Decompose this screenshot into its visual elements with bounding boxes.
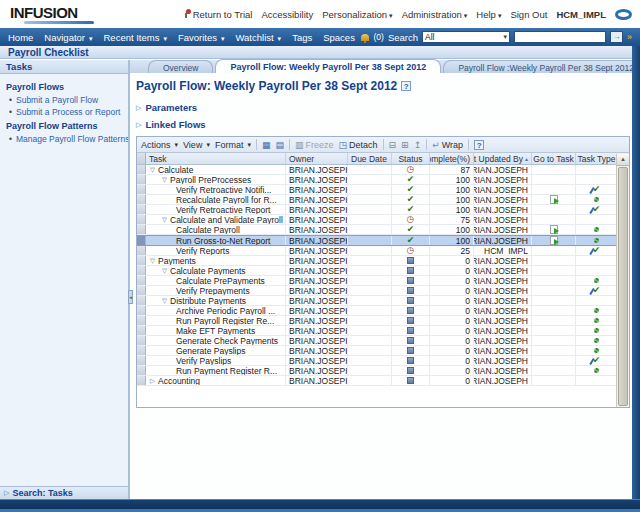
table-row[interactable]: Verify PayslipsBRIAN.JOSEPH0BRIAN.JOSEPH… — [137, 356, 629, 366]
nav-item-navigator[interactable]: Navigator ▾ — [44, 32, 92, 43]
column-header-complete-[interactable]: Complete(%) — [430, 153, 474, 164]
table-row[interactable]: Make EFT PaymentsBRIAN.JOSEPH0BRIAN.JOSE… — [137, 326, 629, 336]
collapse-node-icon[interactable]: ▽ — [150, 257, 155, 265]
column-header-task[interactable]: Task — [146, 153, 286, 164]
collapse-all-icon[interactable]: ⊟ — [389, 140, 397, 150]
top-link-administration[interactable]: Administration▾ — [402, 9, 468, 20]
column-header-go-to-task[interactable]: Go to Task — [532, 153, 576, 164]
top-link-return-to-trial[interactable]: Return to Trial — [184, 9, 253, 20]
advanced-search-icon[interactable]: » — [627, 32, 632, 42]
table-row[interactable]: ▽CalculateBRIAN.JOSEPH◷87BRIAN.JOSEPH — [137, 165, 629, 175]
sidebar-item-submit-a-payroll-flow[interactable]: Submit a Payroll Flow — [16, 94, 124, 106]
toolbar-menu-actions[interactable]: Actions ▾ — [141, 140, 178, 150]
row-selector-cell[interactable] — [137, 326, 146, 335]
go-to-task-icon[interactable] — [550, 236, 558, 245]
table-scrollbar[interactable]: ▲ — [616, 154, 629, 407]
go-to-top-icon[interactable]: ↥ — [414, 140, 422, 150]
column-header-task-type[interactable]: Task Type — [576, 153, 617, 164]
toolbar-menu-view[interactable]: View ▾ — [183, 140, 210, 150]
table-row[interactable]: Verify Retroactive Notifi...BRIAN.JOSEPH… — [137, 185, 629, 195]
top-link-personalization[interactable]: Personalization▾ — [322, 9, 392, 20]
table-row[interactable]: Archive Periodic Payroll ...BRIAN.JOSEPH… — [137, 306, 629, 316]
top-link-sign-out[interactable]: Sign Out — [510, 9, 547, 20]
expander-parameters[interactable]: ▷Parameters — [136, 102, 640, 113]
query-by-example-icon[interactable]: ▤ — [275, 140, 284, 150]
export-to-excel-icon[interactable]: ▦ — [262, 140, 271, 150]
table-row[interactable]: ▷AccountingBRIAN.JOSEPH0BRIAN.JOSEPH — [137, 376, 629, 386]
tab-payroll-flow-weekly[interactable]: Payroll Flow: Weekly Payroll Per 38 Sept… — [215, 59, 441, 73]
table-row[interactable]: Recalculate Payroll for R...BRIAN.JOSEPH… — [137, 195, 629, 205]
splitter-collapse-arrow[interactable]: ◂ — [128, 290, 133, 304]
row-selector-cell[interactable] — [137, 205, 146, 214]
tab-overview[interactable]: Overview — [148, 60, 213, 73]
top-link-accessibility[interactable]: Accessibility — [261, 9, 313, 20]
column-header-owner[interactable]: Owner — [286, 153, 348, 164]
table-row[interactable]: ▽Distribute PaymentsBRIAN.JOSEPH0BRIAN.J… — [137, 296, 629, 306]
row-selector-cell[interactable] — [137, 306, 146, 315]
help-icon[interactable]: ? — [401, 81, 411, 91]
table-row[interactable]: Calculate PayrollBRIAN.JOSEPH✔100BRIAN.J… — [137, 225, 629, 235]
nav-item-tags[interactable]: Tags — [292, 32, 312, 43]
row-selector-cell[interactable] — [137, 185, 146, 194]
table-row[interactable]: Run Payment Register R...BRIAN.JOSEPH0BR… — [137, 366, 629, 376]
collapse-node-icon[interactable]: ▽ — [150, 166, 155, 174]
row-selector-cell[interactable] — [137, 215, 146, 224]
table-row[interactable]: Run Gross-to-Net ReportBRIAN.JOSEPH✔100B… — [137, 235, 629, 246]
row-selector-cell[interactable] — [137, 225, 146, 234]
collapse-node-icon[interactable]: ▽ — [162, 216, 167, 224]
search-scope-select[interactable]: All ▾ — [422, 31, 510, 43]
row-selector-cell[interactable] — [137, 346, 146, 355]
row-selector-cell[interactable] — [137, 296, 146, 305]
row-selector-cell[interactable] — [137, 376, 146, 385]
table-row[interactable]: Verify ReportsBRIAN.JOSEPH◷25HCM_IMPL✔ — [137, 246, 629, 256]
detach-button[interactable]: ◳Detach — [339, 140, 378, 150]
freeze-button[interactable]: ▥Freeze — [295, 140, 334, 150]
sidebar-search-tasks[interactable]: ▷ Search: Tasks — [0, 486, 128, 499]
expander-linked-flows[interactable]: ▷Linked Flows — [136, 119, 640, 130]
row-selector-cell[interactable] — [137, 246, 146, 255]
go-to-task-icon[interactable] — [550, 225, 558, 234]
notifications-bell-icon[interactable] — [361, 34, 369, 41]
row-selector-cell[interactable] — [137, 356, 146, 365]
expand-all-icon[interactable]: ⊞ — [401, 140, 409, 150]
collapse-node-icon[interactable]: ▽ — [162, 176, 167, 184]
row-selector-cell[interactable] — [137, 286, 146, 295]
table-row[interactable]: Generate Check PaymentsBRIAN.JOSEPH0BRIA… — [137, 336, 629, 346]
table-row[interactable]: Verify PrepaymentsBRIAN.JOSEPH0BRIAN.JOS… — [137, 286, 629, 296]
row-selector-cell[interactable] — [137, 175, 146, 184]
row-selector-cell[interactable] — [137, 256, 146, 265]
table-row[interactable]: ▽Calculate PaymentsBRIAN.JOSEPH0BRIAN.JO… — [137, 266, 629, 276]
global-search-input[interactable] — [514, 31, 606, 43]
nav-item-watchlist[interactable]: Watchlist ▾ — [235, 32, 281, 43]
collapse-node-icon[interactable]: ▽ — [162, 267, 167, 275]
toolbar-menu-format[interactable]: Format ▾ — [215, 140, 251, 150]
row-selector-cell[interactable] — [137, 165, 146, 174]
nav-item-favorites[interactable]: Favorites ▾ — [178, 32, 225, 43]
table-row[interactable]: Generate PayslipsBRIAN.JOSEPH0BRIAN.JOSE… — [137, 346, 629, 356]
nav-item-home[interactable]: Home — [8, 32, 33, 43]
scrollbar-thumb[interactable] — [618, 167, 628, 406]
column-header-due-date[interactable]: Due Date — [348, 153, 392, 164]
table-row[interactable]: Run Payroll Register Re...BRIAN.JOSEPH0B… — [137, 316, 629, 326]
column-header-last-updated-by[interactable]: Last Updated By▴ — [474, 153, 532, 164]
top-link-help[interactable]: Help▾ — [476, 9, 501, 20]
search-go-button[interactable]: → — [610, 31, 623, 43]
row-selector-cell[interactable] — [137, 336, 146, 345]
row-selector-cell[interactable] — [137, 366, 146, 375]
table-help-icon[interactable]: ? — [474, 140, 484, 150]
row-selector-cell[interactable] — [137, 266, 146, 275]
table-row[interactable]: ▽Payroll PreProcessesBRIAN.JOSEPH✔100BRI… — [137, 175, 629, 185]
wrap-button[interactable]: ↵Wrap — [432, 140, 463, 150]
scroll-up-icon[interactable]: ▲ — [617, 154, 629, 166]
table-row[interactable]: Calculate PrePaymentsBRIAN.JOSEPH0BRIAN.… — [137, 276, 629, 286]
collapse-node-icon[interactable]: ▽ — [162, 297, 167, 305]
table-row[interactable]: ▽PaymentsBRIAN.JOSEPH0BRIAN.JOSEPH — [137, 256, 629, 266]
column-header-status[interactable]: Status — [392, 153, 430, 164]
go-to-task-icon[interactable] — [550, 195, 558, 204]
row-selector-cell[interactable] — [137, 276, 146, 285]
sidebar-item-submit-a-process-or-report[interactable]: Submit a Process or Report — [16, 106, 124, 118]
row-selector-cell[interactable] — [137, 236, 146, 245]
expand-node-icon[interactable]: ▷ — [150, 377, 155, 385]
tab-payroll-flow-weekly[interactable]: Payroll Flow :Weekly Payroll Per 38 Sept… — [443, 60, 640, 73]
nav-item-spaces[interactable]: Spaces — [323, 32, 355, 43]
